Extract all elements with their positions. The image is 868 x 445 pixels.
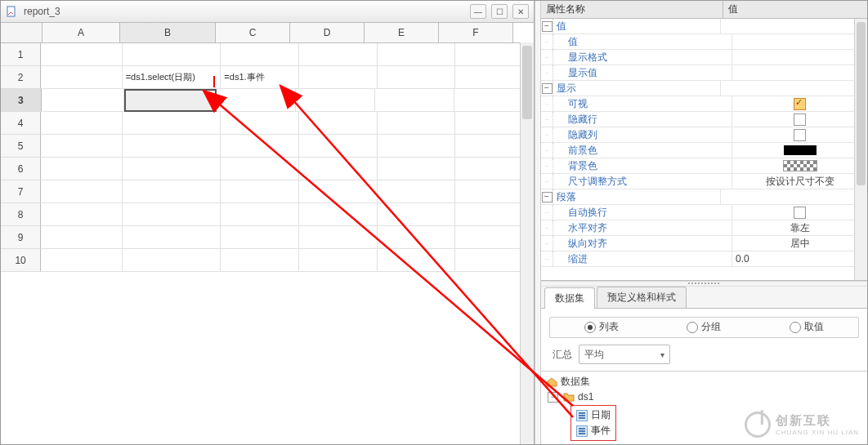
scrollbar-thumb[interactable] xyxy=(857,22,866,185)
cell-C9[interactable] xyxy=(221,226,299,249)
cell-E10[interactable] xyxy=(378,249,456,272)
col-header-F[interactable]: F xyxy=(439,23,513,42)
tree-collapse-icon[interactable]: − xyxy=(548,392,558,403)
prop-value[interactable]: 0.0 xyxy=(732,251,867,266)
prop-value[interactable] xyxy=(732,50,867,65)
dataset-field[interactable]: 事件 xyxy=(575,423,612,438)
color-swatch[interactable] xyxy=(783,160,817,171)
cell-B6[interactable] xyxy=(123,158,221,180)
prop-row[interactable]: −段落 xyxy=(541,189,867,205)
cell-E3[interactable] xyxy=(375,89,454,112)
toggle-icon[interactable]: − xyxy=(542,83,553,94)
cell-E6[interactable] xyxy=(378,158,456,180)
row-header-9[interactable]: 9 xyxy=(1,226,41,249)
prop-value[interactable] xyxy=(732,112,867,127)
row-header-3[interactable]: 3 xyxy=(1,89,42,112)
summary-select[interactable]: 平均 xyxy=(579,345,670,364)
cell-E8[interactable] xyxy=(378,203,456,226)
cell-D9[interactable] xyxy=(299,226,378,249)
cell-B5[interactable] xyxy=(123,135,221,158)
cell-A9[interactable] xyxy=(41,226,123,249)
prop-scrollbar[interactable] xyxy=(854,19,867,280)
prop-row[interactable]: ··水平对齐靠左 xyxy=(541,220,867,236)
row-header-2[interactable]: 2 xyxy=(1,66,41,89)
cell-E1[interactable] xyxy=(378,43,456,66)
checkbox-icon[interactable] xyxy=(794,98,806,110)
cell-A4[interactable] xyxy=(41,112,123,135)
cell-B9[interactable] xyxy=(123,226,221,249)
prop-row[interactable]: ··可视 xyxy=(541,96,867,112)
prop-value[interactable] xyxy=(721,189,867,204)
spreadsheet[interactable]: ABCDEF 12=ds1.select(日期)=ds1.事件345678910 xyxy=(1,23,534,444)
row-header-10[interactable]: 10 xyxy=(1,249,41,272)
cell-C3[interactable] xyxy=(217,89,296,112)
tab-predef[interactable]: 预定义格和样式 xyxy=(597,287,687,308)
close-button[interactable]: ✕ xyxy=(512,4,529,19)
cell-C2[interactable]: =ds1.事件 xyxy=(221,66,299,89)
dataset-field[interactable]: 日期 xyxy=(575,407,612,423)
dataset-root[interactable]: 数据集 xyxy=(546,375,862,389)
cell-E9[interactable] xyxy=(378,226,456,249)
row-header-4[interactable]: 4 xyxy=(1,112,41,135)
prop-row[interactable]: ··隐藏列 xyxy=(541,127,867,143)
cell-D10[interactable] xyxy=(299,249,378,272)
scrollbar-thumb[interactable] xyxy=(522,46,532,119)
cell-B2[interactable]: =ds1.select(日期) xyxy=(123,66,221,89)
prop-row[interactable]: ··值 xyxy=(541,34,867,50)
cell-A2[interactable] xyxy=(41,66,123,89)
cell-D6[interactable] xyxy=(299,158,378,180)
checkbox-icon[interactable] xyxy=(794,129,806,141)
cell-E5[interactable] xyxy=(378,135,456,158)
col-header-A[interactable]: A xyxy=(43,23,120,42)
checkbox-icon[interactable] xyxy=(794,207,806,219)
radio-group[interactable]: 分组 xyxy=(687,320,721,334)
cell-A5[interactable] xyxy=(41,135,123,158)
splitter[interactable] xyxy=(535,1,541,444)
cell-E7[interactable] xyxy=(378,180,456,203)
row-header-7[interactable]: 7 xyxy=(1,180,41,203)
cell-D7[interactable] xyxy=(299,180,378,203)
prop-value[interactable]: 居中 xyxy=(732,236,867,251)
prop-row[interactable]: ··显示值 xyxy=(541,65,867,81)
radio-list[interactable]: 列表 xyxy=(584,320,619,334)
prop-row[interactable]: −显示 xyxy=(541,81,867,96)
row-header-1[interactable]: 1 xyxy=(1,43,41,66)
prop-row[interactable]: ··纵向对齐居中 xyxy=(541,236,867,251)
prop-row[interactable]: ··前景色 xyxy=(541,143,867,158)
toggle-icon[interactable]: − xyxy=(542,192,553,202)
cell-B4[interactable] xyxy=(123,112,221,135)
prop-row[interactable]: ··自动换行 xyxy=(541,205,867,220)
prop-value[interactable] xyxy=(732,127,867,142)
cell-B8[interactable] xyxy=(123,203,221,226)
cell-D4[interactable] xyxy=(299,112,378,135)
prop-value[interactable]: 靠左 xyxy=(732,220,867,235)
row-header-8[interactable]: 8 xyxy=(1,203,41,226)
cell-C8[interactable] xyxy=(221,203,299,226)
drag-handle[interactable] xyxy=(541,281,867,287)
color-swatch[interactable] xyxy=(784,145,817,155)
prop-row[interactable]: ··缩进0.0 xyxy=(541,251,867,267)
prop-value[interactable] xyxy=(732,143,867,158)
cell-D3[interactable] xyxy=(296,89,375,112)
prop-value[interactable] xyxy=(732,158,867,173)
cell-D2[interactable] xyxy=(299,66,378,89)
prop-row[interactable]: ··隐藏行 xyxy=(541,112,867,127)
prop-row[interactable]: ··尺寸调整方式按设计尺寸不变 xyxy=(541,174,867,189)
row-header-5[interactable]: 5 xyxy=(1,135,41,158)
cell-A7[interactable] xyxy=(41,180,123,203)
maximize-button[interactable]: ☐ xyxy=(491,4,508,19)
cell-A3[interactable] xyxy=(42,89,124,112)
dataset-node[interactable]: − ds1 xyxy=(546,390,862,403)
col-header-D[interactable]: D xyxy=(290,23,365,42)
cell-A1[interactable] xyxy=(41,43,123,66)
radio-value[interactable]: 取值 xyxy=(790,320,824,334)
tab-dataset[interactable]: 数据集 xyxy=(544,287,595,309)
cell-C1[interactable] xyxy=(221,43,299,66)
prop-value[interactable] xyxy=(732,34,867,49)
sheet-corner[interactable] xyxy=(1,23,43,42)
prop-value[interactable]: 按设计尺寸不变 xyxy=(732,174,867,189)
checkbox-icon[interactable] xyxy=(794,113,806,126)
cell-B10[interactable] xyxy=(123,249,221,272)
toggle-icon[interactable]: − xyxy=(542,21,553,32)
cell-C6[interactable] xyxy=(221,158,299,180)
